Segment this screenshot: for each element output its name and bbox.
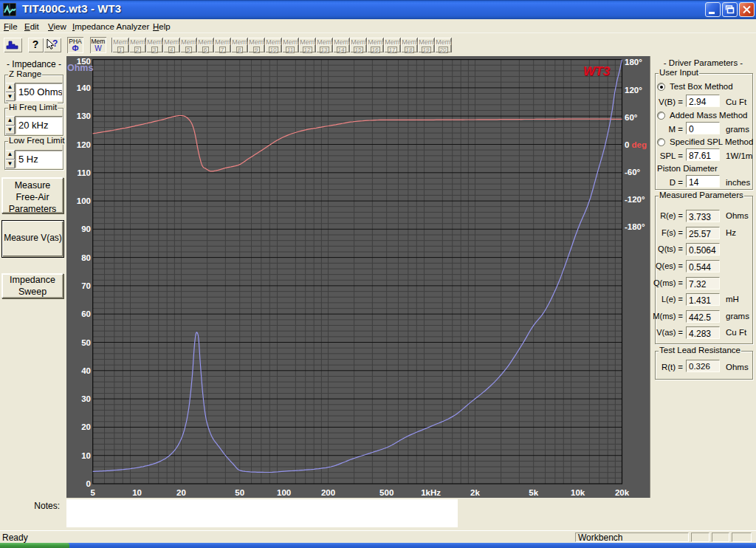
svg-text:120°: 120° [625,86,642,95]
svg-text:120: 120 [77,140,91,149]
svg-text:10: 10 [81,451,91,460]
svg-text:1kHz: 1kHz [421,488,441,497]
svg-text:60: 60 [81,309,91,318]
svg-text:80: 80 [81,253,91,262]
svg-text:10k: 10k [571,488,585,497]
svg-text:0 deg: 0 deg [625,140,647,149]
svg-text:60°: 60° [625,113,638,122]
svg-text:100: 100 [277,488,291,497]
svg-text:50: 50 [81,338,91,347]
svg-text:100: 100 [77,196,91,205]
svg-text:50: 50 [235,488,244,497]
svg-text:5k: 5k [529,488,538,497]
svg-text:0: 0 [86,479,91,488]
svg-text:70: 70 [81,281,91,290]
svg-text:2k: 2k [470,488,480,497]
svg-text:140: 140 [77,83,91,92]
svg-text:5: 5 [90,488,95,497]
svg-text:180°: 180° [625,58,642,66]
svg-text:110: 110 [77,168,91,177]
svg-text:130: 130 [77,112,91,120]
svg-text:30: 30 [81,394,91,403]
svg-text:90: 90 [81,225,91,233]
svg-text:WT3: WT3 [583,64,610,78]
svg-text:10: 10 [132,488,142,497]
svg-text:500: 500 [379,488,394,497]
svg-text:20: 20 [176,488,186,497]
svg-text:?: ? [52,38,58,49]
svg-text:200: 200 [321,488,335,497]
svg-text:20k: 20k [615,488,630,497]
svg-text:-180°: -180° [625,222,645,231]
svg-text:-60°: -60° [625,168,641,177]
svg-text:40: 40 [81,366,91,375]
svg-text:20: 20 [81,422,91,431]
svg-text:-120°: -120° [625,195,645,204]
svg-text:Ohms: Ohms [67,63,93,73]
